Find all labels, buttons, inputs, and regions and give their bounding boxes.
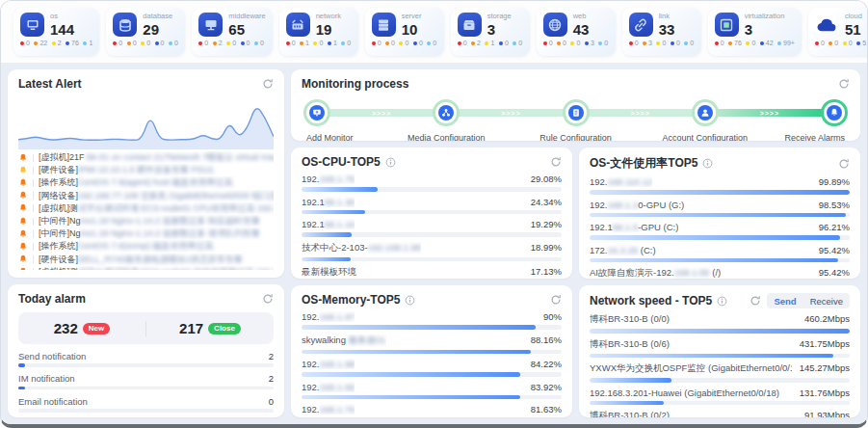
alert-bell-icon: [18, 178, 28, 188]
receive-tab[interactable]: Receive: [803, 293, 850, 308]
stat-card-network[interactable]: network1901010: [279, 8, 358, 56]
status-dot: [629, 41, 633, 45]
top5-label: 博科BR-310-B (0/6): [590, 338, 670, 351]
status-count: 2: [52, 40, 62, 46]
stat-card-database[interactable]: database2900000: [106, 8, 185, 56]
info-icon[interactable]: [405, 295, 415, 306]
refresh-icon[interactable]: [262, 78, 274, 90]
status-dot: [341, 41, 345, 45]
process-connector: >>>>: [328, 109, 435, 117]
top5-bar: [590, 401, 850, 406]
status-count: 0: [20, 40, 30, 46]
process-step-3[interactable]: Rule Configuration: [563, 99, 590, 126]
top5-value: 29.08%: [531, 174, 562, 184]
status-count: 0: [286, 40, 296, 46]
alert-bell-icon: [18, 242, 28, 252]
process-step-5[interactable]: Receive Alarms: [821, 99, 848, 126]
info-icon[interactable]: [717, 296, 727, 307]
stat-card-middleware[interactable]: middleware6502000: [192, 8, 272, 56]
stat-card-value: 144: [50, 22, 74, 37]
stat-card-server[interactable]: server1000000: [365, 8, 444, 56]
process-step-2[interactable]: Media Configuration: [433, 99, 460, 126]
alert-list-item[interactable]: [虚拟机]测试平台测试环境 ECS-node02 内存使用率过高 192.168…: [18, 266, 274, 270]
status-dot: [286, 41, 290, 45]
alert-list-item[interactable]: [操作系统]CentOS 7.6(snmp) 磁盘使用率过高: [18, 240, 274, 253]
alert-list-item[interactable]: [中间件]Nginx1.18 Nginx-1.14.2 连接数过多 请求队列告警: [18, 227, 274, 240]
status-dot: [226, 41, 230, 45]
info-icon[interactable]: [385, 157, 396, 168]
status-count: 0: [226, 40, 236, 46]
status-dot: [760, 41, 764, 45]
stat-card-cloud[interactable]: cloud5100050: [808, 8, 867, 56]
top5-row: 192.168.1.7529.08%: [302, 174, 562, 192]
top5-row: 192.168.1.7681.63%: [302, 404, 562, 417]
status-dot: [52, 41, 56, 45]
status-count: 0: [341, 40, 351, 46]
os-file-rows: 192.168.110.1299.89%192.168.1.20-GPU (G:…: [590, 176, 850, 279]
notification-label: Send notification: [18, 351, 86, 361]
status-dot: [671, 41, 674, 45]
status-count: 76: [66, 40, 79, 46]
new-alarm-stat: 232 New: [18, 320, 145, 336]
alert-list-item[interactable]: [硬件设备]IPMI 10.10.1.5 硬件设备告警 PSU1: [18, 164, 274, 176]
account-user-icon: [697, 105, 713, 120]
status-count: 0: [385, 40, 395, 46]
status-count: 0: [413, 40, 423, 46]
send-tab[interactable]: Send: [767, 293, 802, 308]
top5-label: 最新模板环境: [302, 266, 356, 279]
refresh-icon[interactable]: [838, 158, 850, 170]
refresh-icon[interactable]: [838, 78, 850, 90]
status-count: 1: [328, 40, 337, 46]
refresh-icon[interactable]: [550, 156, 562, 168]
top5-label: 技术中心-2-103-192.168.1.98: [302, 242, 421, 254]
status-dot: [427, 41, 431, 45]
alert-text: [中间件]Nginx1.18 Nginx-1.14.2 连接数过多 响应超时告警: [39, 215, 260, 227]
alert-list-item[interactable]: [硬件设备]DELL_R740服务器电源模块1状态异常告警: [18, 254, 274, 266]
notification-value: 2: [269, 373, 274, 384]
top5-value: 460.2Mbps: [804, 313, 850, 326]
alert-list-item[interactable]: [中间件]Nginx1.18 Nginx-1.14.2 连接数过多 响应超时告警: [18, 215, 274, 227]
today-alarm-title: Today alarm: [18, 292, 86, 306]
os-file-top5-title: OS-文件使用率TOP5: [590, 155, 697, 172]
top5-label: 192.168.1.98: [302, 359, 355, 369]
stat-card-label: middleware: [228, 13, 265, 20]
alert-list-item[interactable]: [操作系统]CentOS 7.9(agent) host 磁盘使用率过高: [18, 176, 274, 189]
status-count: 0: [671, 40, 680, 46]
status-count: 0: [684, 40, 694, 46]
today-alarm-summary: 232 New 217 Close: [18, 312, 274, 344]
top5-row: 192.168.1.5-GPU (C:)96.21%: [590, 222, 850, 240]
close-badge: Close: [208, 323, 241, 334]
top5-value: 17.13%: [531, 266, 562, 279]
refresh-icon[interactable]: [262, 293, 274, 305]
top5-row-1: OS-CPU-TOP5 192.168.1.7529.08%192.168.1.…: [291, 147, 860, 279]
alert-list-item[interactable]: [虚拟机]测试平台测试环境 ECS-node01 CPU使用率过高 192.16…: [18, 202, 274, 215]
process-step-label: Receive Alarms: [784, 133, 845, 141]
alarm-bell-icon: [827, 105, 842, 120]
top5-bar: [590, 190, 850, 195]
alert-sparkline-chart: [18, 94, 274, 149]
stat-card-link[interactable]: link3303000: [622, 8, 701, 56]
alert-list-item[interactable]: [虚拟机]21F-bk-01 on contact 217Network 7模板…: [18, 151, 274, 164]
status-dot: [684, 41, 688, 45]
stat-card-os[interactable]: os1440222761: [13, 8, 99, 56]
stat-card-storage[interactable]: storage302100: [451, 8, 530, 56]
status-dot: [543, 41, 547, 45]
send-receive-toggle: Send Receive: [767, 293, 850, 308]
top5-label: 192.168.1.97: [302, 311, 355, 322]
stat-card-web[interactable]: web4300030: [537, 8, 616, 56]
info-icon[interactable]: [702, 158, 713, 169]
refresh-icon[interactable]: [550, 294, 562, 306]
alert-text: [硬件设备]IPMI 10.10.1.5 硬件设备告警 PSU1: [39, 164, 214, 176]
os-icon: [20, 13, 44, 37]
refresh-icon[interactable]: [750, 295, 761, 307]
top5-label: YXWX华为交换机OSPF监控 (GigabitEthernet0/0/18): [590, 362, 792, 375]
status-dot: [485, 41, 488, 45]
stat-card-virtualization[interactable]: virtualization307604299+: [708, 8, 802, 56]
process-step-4[interactable]: Account Configuration: [692, 99, 719, 126]
status-dot: [385, 41, 389, 45]
process-step-1[interactable]: Add Monitor: [303, 99, 330, 126]
stat-card-value: 3: [745, 22, 785, 37]
status-count: 0: [815, 40, 825, 46]
alert-list-item[interactable]: [网络设备]192.168.77.108 交换机 GigabitEthernet…: [18, 190, 274, 202]
close-alarm-stat: 217 Close: [146, 320, 274, 336]
